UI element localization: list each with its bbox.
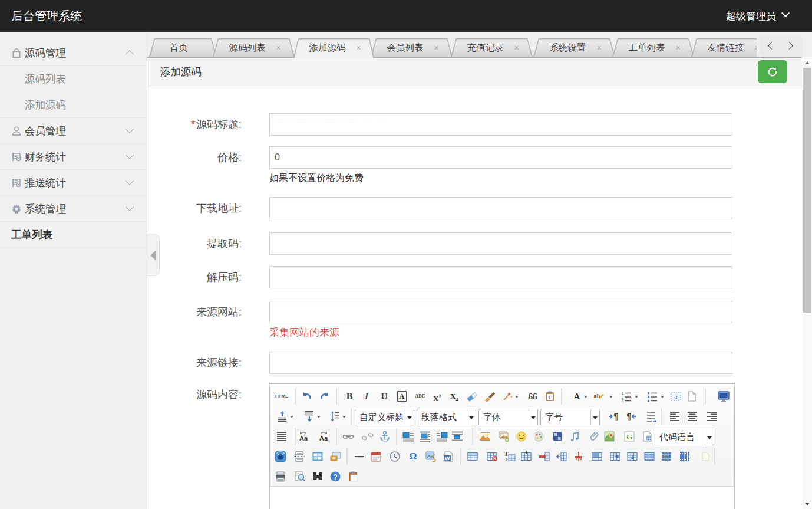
svg-text:Aa: Aa <box>299 435 308 442</box>
svg-text:a: a <box>674 393 678 400</box>
svg-text:T: T <box>504 451 509 457</box>
svg-text:?: ? <box>333 473 337 481</box>
svg-text:¶: ¶ <box>626 412 631 421</box>
svg-text:G: G <box>626 432 632 441</box>
svg-text:Aa: Aa <box>319 435 328 442</box>
svg-text:W: W <box>445 455 450 461</box>
svg-text:T: T <box>548 395 552 400</box>
svg-text:3: 3 <box>622 399 624 402</box>
svg-text:ab: ab <box>593 392 600 399</box>
svg-text:¶: ¶ <box>613 412 618 421</box>
